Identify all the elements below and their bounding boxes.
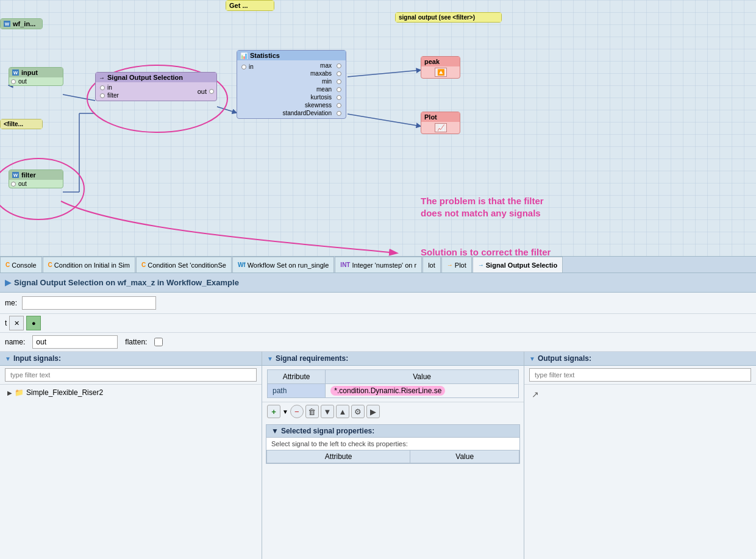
node-get[interactable]: Get ... xyxy=(226,0,274,11)
cursor-icon: ↗ xyxy=(532,390,539,399)
node-filter[interactable]: w filter out xyxy=(9,169,63,188)
output-name-input[interactable] xyxy=(32,335,118,349)
node-filterleft[interactable]: <filte... xyxy=(0,119,43,129)
input-collapse-icon[interactable]: ▼ xyxy=(5,355,11,362)
tab-condition-set[interactable]: C Condition Set 'conditionSe xyxy=(136,257,232,272)
sos-filter-port xyxy=(100,93,105,98)
req-remove-btn[interactable]: − xyxy=(290,405,304,418)
req-delete-btn[interactable]: 🗑 xyxy=(305,405,319,418)
tab-console-label: Console xyxy=(12,262,36,269)
req-add-btn[interactable]: + xyxy=(267,405,280,418)
plot-icon: 📈 xyxy=(435,123,447,132)
req-col-attribute: Attribute xyxy=(268,370,326,384)
node-plot[interactable]: Plot 📈 xyxy=(421,112,460,134)
tab-sos-label: Signal Output Selectio xyxy=(486,262,557,269)
sel-props-collapse-icon[interactable]: ▼ xyxy=(271,427,279,435)
columns: ▼ Input signals: ▶ 📁 Simple_Flexible_Ris… xyxy=(0,352,756,559)
svg-point-8 xyxy=(0,158,84,219)
sos-tab-icon: → xyxy=(478,262,484,268)
req-settings-btn[interactable]: ⚙ xyxy=(351,405,365,418)
output-label: t xyxy=(5,319,7,327)
signal-req-header: ▼ Signal requirements: xyxy=(262,352,524,366)
solution-annotation: Solution is to correct the filter xyxy=(421,247,551,256)
node-wfin[interactable]: w wf_in... xyxy=(0,18,43,29)
input-icon: w xyxy=(12,69,19,76)
sos-out-port xyxy=(209,89,214,94)
tab-workflow-set[interactable]: Wf Workflow Set on run_single xyxy=(232,257,334,272)
tab-integer[interactable]: INT Integer 'numstep' on r xyxy=(335,257,422,272)
sel-props-description: Select signal to the left to check its p… xyxy=(266,438,519,450)
tab-lot[interactable]: lot xyxy=(423,257,441,272)
signal-req-collapse-icon[interactable]: ▼ xyxy=(267,355,273,362)
tab-plot-label: Plot xyxy=(455,262,466,269)
condition-set-icon: C xyxy=(141,262,146,268)
peak-label: peak xyxy=(424,58,440,65)
input-signals-header: ▼ Input signals: xyxy=(0,352,262,366)
stats-max-port xyxy=(337,63,341,68)
req-filter-value: *.condition.Dynamic.RiserLine.se xyxy=(330,386,445,396)
panel-arrow-icon: ▶ xyxy=(5,278,11,287)
sigout-label: signal output (see <filter>) xyxy=(399,14,475,21)
props-col-attribute: Attribute xyxy=(267,450,410,463)
peak-icon: 🔼 xyxy=(435,68,447,77)
sel-props-header: ▼ Selected signal properties: xyxy=(266,425,519,438)
tab-condition-initial[interactable]: C Condition on Initial in Sim xyxy=(43,257,135,272)
name-label: me: xyxy=(5,299,17,307)
node-signal-output[interactable]: signal output (see <filter>) xyxy=(395,12,502,23)
input-signals-tree: ▶ 📁 Simple_Flexible_Riser2 xyxy=(0,385,262,559)
workflow-set-icon: Wf xyxy=(238,262,246,268)
filter-label: filter xyxy=(21,171,36,179)
req-up-btn[interactable]: ▲ xyxy=(336,405,349,418)
plot-tab-icon: → xyxy=(447,262,453,268)
node-signal-output-selection[interactable]: → Signal Output Selection in filter out xyxy=(95,72,217,101)
fields-row: name: flatten: xyxy=(0,333,756,352)
stats-mean-port xyxy=(337,87,341,92)
node-statistics[interactable]: 📊 Statistics in max maxabs min mean kurt… xyxy=(237,50,346,119)
folder-icon-riser: 📁 xyxy=(15,388,24,397)
tab-condition-initial-label: Condition on Initial in Sim xyxy=(54,262,130,269)
req-val-path: *.condition.Dynamic.RiserLine.se xyxy=(326,384,519,398)
tab-console[interactable]: C Console xyxy=(0,257,42,272)
svg-line-1 xyxy=(63,94,95,101)
output-filter-input[interactable] xyxy=(529,368,751,382)
req-table-wrapper: Attribute Value path *.condition.Dynamic… xyxy=(262,366,524,402)
name-input[interactable] xyxy=(22,296,156,310)
console-tab-icon: C xyxy=(5,262,10,268)
filter-icon: w xyxy=(12,172,19,178)
input-filter-input[interactable] xyxy=(5,368,257,382)
integer-tab-icon: INT xyxy=(340,262,350,268)
tab-workflow-set-label: Workflow Set on run_single xyxy=(248,262,329,269)
flatten-label: flatten: xyxy=(125,338,147,346)
tab-plot[interactable]: → Plot xyxy=(441,257,472,272)
tabs-bar: C Console C Condition on Initial in Sim … xyxy=(0,256,756,273)
problem-annotation: The problem is that the filterdoes not m… xyxy=(421,195,544,219)
req-toolbar: + ▼ − 🗑 ▼ ▲ ⚙ ▶ xyxy=(262,402,524,421)
output-signals-filter xyxy=(524,366,756,385)
col-output-signals: ▼ Output signals: ↗ xyxy=(524,352,756,559)
req-forward-btn[interactable]: ▶ xyxy=(366,405,380,418)
flatten-checkbox[interactable] xyxy=(154,338,163,346)
tab-sos[interactable]: → Signal Output Selectio xyxy=(472,257,563,272)
wfin-icon: w xyxy=(4,21,10,27)
condition-initial-icon: C xyxy=(48,262,52,268)
sos-title: Signal Output Selection xyxy=(107,74,183,81)
req-dropdown-btn[interactable]: ▼ xyxy=(282,407,288,416)
output-collapse-icon[interactable]: ▼ xyxy=(529,355,535,362)
req-table: Attribute Value path *.condition.Dynamic… xyxy=(267,369,519,398)
toolbar-btn-cancel[interactable]: ✕ xyxy=(9,316,24,330)
req-down-btn[interactable]: ▼ xyxy=(321,405,334,418)
output-signals-tree: ↗ xyxy=(524,385,756,559)
node-peak[interactable]: peak 🔼 xyxy=(421,56,460,79)
output-cursor: ↗ xyxy=(529,387,751,402)
tab-condition-set-label: Condition Set 'conditionSe xyxy=(148,262,226,269)
col-input-signals: ▼ Input signals: ▶ 📁 Simple_Flexible_Ris… xyxy=(0,352,262,559)
stats-maxabs-port xyxy=(337,71,341,76)
output-signals-label: Output signals: xyxy=(538,354,591,363)
req-row-path[interactable]: path *.condition.Dynamic.RiserLine.se xyxy=(268,384,519,398)
tab-integer-label: Integer 'numstep' on r xyxy=(352,262,416,269)
tree-item-riser[interactable]: ▶ 📁 Simple_Flexible_Riser2 xyxy=(5,387,257,398)
input-signals-filter xyxy=(0,366,262,385)
toolbar-btn-ok[interactable]: ● xyxy=(26,316,41,330)
output-name-label: name: xyxy=(5,338,25,346)
node-input[interactable]: w input out xyxy=(9,67,63,86)
